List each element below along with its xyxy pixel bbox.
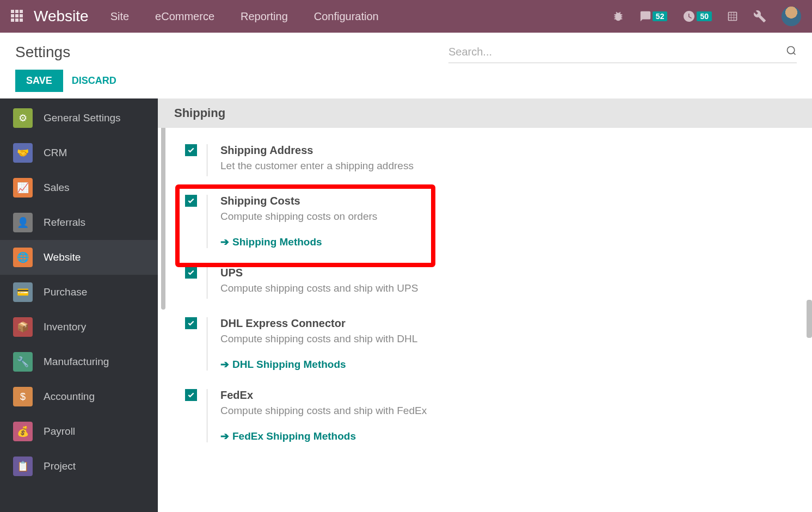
gear-icon: ⚙: [13, 108, 33, 128]
sidebar-item-label: Purchase: [44, 286, 87, 298]
setting-desc: Let the customer enter a shipping addres…: [220, 160, 785, 172]
setting-ups: UPS Compute shipping costs and ship with…: [158, 261, 812, 312]
svg-point-5: [788, 47, 795, 54]
search-wrap: [448, 41, 797, 63]
sidebar-item-referrals[interactable]: 👤 Referrals: [0, 205, 158, 240]
project-icon: 📋: [13, 457, 33, 476]
link-shipping-methods[interactable]: ➔ Shipping Methods: [220, 236, 322, 248]
sidebar-item-label: Referrals: [44, 217, 85, 229]
checkbox-fedex[interactable]: [185, 389, 197, 401]
chart-icon: 📈: [13, 178, 33, 198]
setting-title: Shipping Costs: [220, 195, 785, 207]
checkbox-shipping-address[interactable]: [185, 144, 197, 156]
menu-configuration[interactable]: Configuration: [314, 10, 379, 23]
discard-button[interactable]: DISCARD: [72, 75, 116, 87]
settings-sidebar: ⚙ General Settings 🤝 CRM 📈 Sales 👤 Refer…: [0, 98, 158, 512]
search-input[interactable]: [448, 41, 786, 63]
menu-reporting[interactable]: Reporting: [241, 10, 288, 23]
sidebar-item-label: CRM: [44, 147, 67, 159]
sidebar-item-payroll[interactable]: 💰 Payroll: [0, 414, 158, 449]
sidebar-item-label: Inventory: [44, 321, 86, 333]
svg-line-6: [793, 53, 796, 55]
sidebar-item-crm[interactable]: 🤝 CRM: [0, 135, 158, 170]
bug-icon[interactable]: [612, 10, 624, 22]
svg-rect-0: [729, 13, 737, 21]
checkbox-ups[interactable]: [185, 267, 197, 279]
search-icon[interactable]: [786, 45, 797, 59]
sidebar-item-label: Project: [44, 460, 76, 472]
setting-title: DHL Express Connector: [220, 317, 785, 330]
scrollbar-right[interactable]: [807, 300, 812, 338]
user-avatar[interactable]: [782, 7, 801, 26]
setting-fedex: FedEx Compute shipping costs and ship wi…: [158, 384, 812, 455]
apps-icon[interactable]: [11, 10, 24, 23]
checkbox-dhl[interactable]: [185, 317, 197, 329]
person-icon: 👤: [13, 213, 33, 232]
sidebar-item-project[interactable]: 📋 Project: [0, 449, 158, 484]
payroll-icon: 💰: [13, 422, 33, 441]
sidebar-item-accounting[interactable]: $ Accounting: [0, 379, 158, 414]
sidebar-item-label: General Settings: [44, 112, 121, 124]
page-header: Settings SAVE DISCARD: [0, 33, 812, 98]
setting-title: UPS: [220, 267, 785, 279]
arrow-right-icon: ➔: [220, 236, 229, 248]
setting-title: FedEx: [220, 389, 785, 402]
dollar-icon: $: [13, 387, 33, 406]
setting-shipping-address: Shipping Address Let the customer enter …: [158, 139, 812, 189]
card-icon: 💳: [13, 282, 33, 302]
setting-title: Shipping Address: [220, 144, 785, 157]
setting-link-label: Shipping Methods: [232, 236, 322, 248]
messages-badge: 52: [653, 11, 668, 21]
menu-ecommerce[interactable]: eCommerce: [155, 10, 214, 23]
arrow-right-icon: ➔: [220, 358, 229, 371]
setting-dhl: DHL Express Connector Compute shipping c…: [158, 312, 812, 384]
setting-desc: Compute shipping costs on orders: [220, 211, 785, 223]
setting-desc: Compute shipping costs and ship with UPS: [220, 282, 785, 294]
sidebar-item-label: Website: [44, 251, 81, 263]
sidebar-item-purchase[interactable]: 💳 Purchase: [0, 275, 158, 310]
handshake-icon: 🤝: [13, 143, 33, 163]
setting-shipping-costs: Shipping Costs Compute shipping costs on…: [158, 189, 812, 261]
top-navbar: Website Site eCommerce Reporting Configu…: [0, 0, 812, 33]
setting-link-label: DHL Shipping Methods: [232, 359, 346, 371]
link-dhl-shipping-methods[interactable]: ➔ DHL Shipping Methods: [220, 358, 346, 371]
globe-icon: 🌐: [13, 248, 33, 267]
checkbox-shipping-costs[interactable]: [185, 195, 197, 207]
sidebar-item-inventory[interactable]: 📦 Inventory: [0, 310, 158, 344]
save-button[interactable]: SAVE: [15, 70, 63, 92]
setting-desc: Compute shipping costs and ship with DHL: [220, 333, 785, 345]
messages-icon[interactable]: 52: [639, 10, 668, 22]
box-icon: 📦: [13, 317, 33, 337]
arrow-right-icon: ➔: [220, 430, 229, 442]
sidebar-item-sales[interactable]: 📈 Sales: [0, 170, 158, 205]
grid-icon[interactable]: [727, 11, 738, 22]
sidebar-item-label: Accounting: [44, 391, 95, 403]
setting-link-label: FedEx Shipping Methods: [232, 430, 356, 442]
sidebar-item-website[interactable]: 🌐 Website: [0, 240, 158, 275]
sidebar-item-manufacturing[interactable]: 🔧 Manufacturing: [0, 344, 158, 379]
settings-content: Shipping Shipping Address Let the custom…: [158, 98, 812, 512]
sidebar-item-label: Payroll: [44, 425, 75, 437]
sidebar-item-label: Sales: [44, 182, 70, 194]
link-fedex-shipping-methods[interactable]: ➔ FedEx Shipping Methods: [220, 430, 356, 442]
wrench-icon: 🔧: [13, 352, 33, 372]
menu-site[interactable]: Site: [110, 10, 129, 23]
activities-icon[interactable]: 50: [682, 10, 712, 23]
brand-title[interactable]: Website: [34, 8, 89, 25]
sidebar-item-general[interactable]: ⚙ General Settings: [0, 101, 158, 135]
sidebar-item-label: Manufacturing: [44, 356, 109, 368]
main-area: ⚙ General Settings 🤝 CRM 📈 Sales 👤 Refer…: [0, 98, 812, 512]
tools-icon[interactable]: [753, 10, 766, 23]
setting-desc: Compute shipping costs and ship with Fed…: [220, 405, 785, 417]
section-header-shipping: Shipping: [158, 98, 812, 128]
activities-badge: 50: [697, 11, 712, 21]
page-title: Settings: [15, 44, 70, 61]
